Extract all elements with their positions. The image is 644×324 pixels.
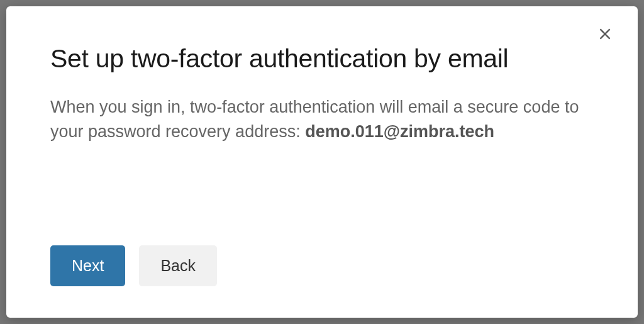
back-button[interactable]: Back <box>139 245 217 286</box>
recovery-email: demo.011@zimbra.tech <box>305 122 494 141</box>
dialog-button-row: Next Back <box>50 245 594 286</box>
two-factor-setup-dialog: Set up two-factor authentication by emai… <box>6 6 638 318</box>
close-icon <box>597 26 613 45</box>
next-button[interactable]: Next <box>50 245 125 286</box>
dialog-title: Set up two-factor authentication by emai… <box>50 44 594 74</box>
close-button[interactable] <box>594 24 616 47</box>
dialog-description: When you sign in, two-factor authenticat… <box>50 95 594 144</box>
